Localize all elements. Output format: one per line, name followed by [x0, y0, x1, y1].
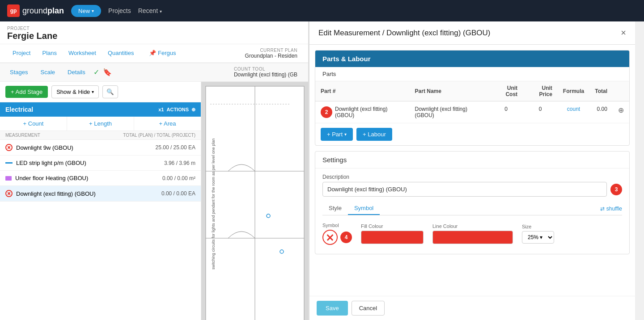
line-colour-swatch[interactable] — [432, 231, 513, 244]
unit-cost-cell: 0 — [489, 101, 523, 123]
part-num-cell: 2 Downlight (excl fitting) (GBOU) — [315, 101, 410, 123]
logo: gp groundplan — [7, 4, 64, 17]
show-hide-button[interactable]: Show & Hide ▾ — [51, 85, 99, 98]
add-part-button[interactable]: + Part ▾ — [321, 128, 353, 141]
tab-worksheet[interactable]: Worksheet — [63, 46, 102, 61]
left-panel: PROJECT Fergie Lane Project Plans Worksh… — [0, 21, 309, 320]
row-chevron-icon[interactable]: ⊕ — [618, 106, 624, 114]
col-formula: Formula — [558, 81, 589, 101]
tab-plans[interactable]: Plans — [37, 46, 62, 61]
tab-style[interactable]: Style — [322, 202, 348, 215]
part-name-cell: Downlight (excl fitting) (GBOU) — [410, 101, 490, 123]
search-icon: 🔍 — [106, 88, 114, 95]
recent-nav-link[interactable]: Recent ▾ — [138, 7, 162, 14]
settings-heading: Settings — [315, 152, 629, 168]
fill-colour-col: Fill Colour — [361, 223, 424, 244]
settings-section: Settings Description 3 Style Symbol ⇄ sh… — [315, 151, 630, 254]
tab-symbol[interactable]: Symbol — [348, 202, 380, 215]
badge-2: 2 — [321, 106, 332, 118]
fill-colour-swatch[interactable] — [361, 231, 424, 244]
settings-body: Description 3 Style Symbol ⇄ shuffle — [315, 168, 629, 254]
toolbar-tab-scale[interactable]: Scale — [36, 67, 59, 77]
modal-header: Edit Measurement / Downlight (excl fitti… — [309, 21, 635, 45]
line-colour-col: Line Colour — [432, 223, 513, 244]
list-item[interactable]: LED strip light p/m (GBOU) 3.96 / 3.96 m — [0, 156, 201, 171]
check-icon: ✓ — [93, 68, 99, 76]
col-actions-th — [613, 81, 629, 101]
parts-labour-section: Parts & Labour Parts Part # Part Name Un… — [315, 50, 630, 146]
project-name: Fergie Lane — [7, 31, 301, 41]
shuffle-icon: ⇄ — [600, 206, 605, 212]
save-button[interactable]: Save — [317, 301, 348, 316]
logo-text: groundplan — [22, 6, 64, 16]
new-button[interactable]: New ▾ — [71, 5, 101, 17]
x-circle-icon — [5, 144, 13, 151]
stage-name: Electrical — [5, 106, 33, 113]
modal-footer: Save Cancel — [309, 296, 635, 320]
strip-icon — [5, 162, 13, 164]
symbol-col: Symbol 4 — [322, 223, 352, 245]
topnav: gp groundplan New ▾ Projects Recent ▾ — [0, 0, 644, 21]
count-length-area-buttons: + Count + Length + Area — [0, 117, 201, 131]
current-plan-info: CURRENT PLAN Groundplan - Residen — [245, 48, 297, 59]
add-labour-button[interactable]: + Labour — [356, 128, 392, 141]
formula-cell: count — [558, 101, 589, 123]
x-circle-icon — [5, 190, 13, 197]
size-select[interactable]: 25% ▾ — [522, 231, 554, 244]
tab-quantities[interactable]: Quantities — [102, 46, 140, 61]
canvas-svg: switching circuits for lights and pendan… — [201, 82, 308, 320]
main-layout: PROJECT Fergie Lane Project Plans Worksh… — [0, 21, 644, 320]
col-unit-cost: Unit Cost — [489, 81, 523, 101]
modal-close-button[interactable]: × — [621, 28, 626, 38]
style-symbol-tabs: Style Symbol ⇄ shuffle — [322, 202, 622, 215]
count-button[interactable]: + Count — [0, 117, 67, 131]
list-item[interactable]: Downlight 9w (GBOU) 25.00 / 25.00 EA — [0, 140, 201, 156]
rect-icon — [5, 176, 12, 181]
description-label: Description — [322, 174, 622, 180]
col-part-num: Part # — [315, 81, 410, 101]
parts-label: Parts — [315, 67, 629, 81]
recent-dropdown-arrow: ▾ — [160, 9, 162, 14]
toolbar: Stages Scale Details ✓ 🔖 COUNT TOOL Down… — [0, 63, 308, 82]
description-input[interactable] — [322, 182, 607, 197]
badge-4: 4 — [340, 232, 352, 243]
unit-price-cell: 0 — [523, 101, 558, 123]
shuffle-button[interactable]: ⇄ shuffle — [600, 206, 622, 212]
part-dropdown-arrow: ▾ — [344, 132, 347, 137]
new-dropdown-arrow: ▾ — [92, 8, 94, 13]
stage-controls: + Add Stage Show & Hide ▾ 🔍 — [0, 82, 201, 102]
right-panel: Edit Measurement / Downlight (excl fitti… — [309, 21, 635, 320]
tab-project[interactable]: Project — [7, 46, 36, 61]
parts-buttons: + Part ▾ + Labour — [315, 123, 629, 145]
stage-actions-chevron[interactable]: ⊕ — [191, 107, 195, 113]
list-item[interactable]: Under floor Heating (GBOU) 0.00 / 0.00 m… — [0, 171, 201, 186]
size-col: Size 25% ▾ — [522, 224, 554, 244]
length-button[interactable]: + Length — [67, 117, 134, 131]
project-label: PROJECT — [7, 26, 301, 31]
symbol-preview — [322, 230, 338, 245]
stage-sidebar: + Add Stage Show & Hide ▾ 🔍 Electrical x… — [0, 82, 201, 320]
col-total: Total — [589, 81, 613, 101]
list-item[interactable]: Downlight (excl fitting) (GBOU) 0.00 / 0… — [0, 186, 201, 202]
col-unit-price: Unit Price — [523, 81, 558, 101]
projects-nav-link[interactable]: Projects — [108, 7, 131, 14]
area-button[interactable]: + Area — [134, 117, 201, 131]
add-stage-button[interactable]: + Add Stage — [5, 86, 48, 98]
bookmark-icon: 🔖 — [103, 68, 112, 76]
toolbar-tab-details[interactable]: Details — [63, 67, 90, 77]
measurement-header: MEASUREMENT TOTAL (PLAN) / TOTAL (PROJEC… — [0, 131, 201, 140]
search-button[interactable]: 🔍 — [102, 85, 118, 98]
show-hide-dropdown-arrow: ▾ — [92, 89, 94, 94]
parts-labour-heading: Parts & Labour — [315, 51, 629, 67]
canvas-area: switching circuits for lights and pendan… — [201, 82, 308, 320]
toolbar-tab-stages[interactable]: Stages — [5, 67, 32, 77]
stage-header: Electrical x1 ACTIONS ⊕ — [0, 102, 201, 117]
modal-title: Edit Measurement / Downlight (excl fitti… — [318, 29, 491, 38]
badge-3: 3 — [610, 184, 622, 195]
tabs-row: Project Plans Worksheet Quantities 📌 Fer… — [0, 44, 308, 63]
formula-link[interactable]: count — [567, 106, 580, 112]
cancel-button[interactable]: Cancel — [352, 301, 385, 316]
tab-fergus[interactable]: 📌 Fergus — [144, 46, 181, 61]
col-part-name: Part Name — [410, 81, 490, 101]
symbol-row: Symbol 4 Fill Colour Line Colour — [322, 219, 622, 248]
